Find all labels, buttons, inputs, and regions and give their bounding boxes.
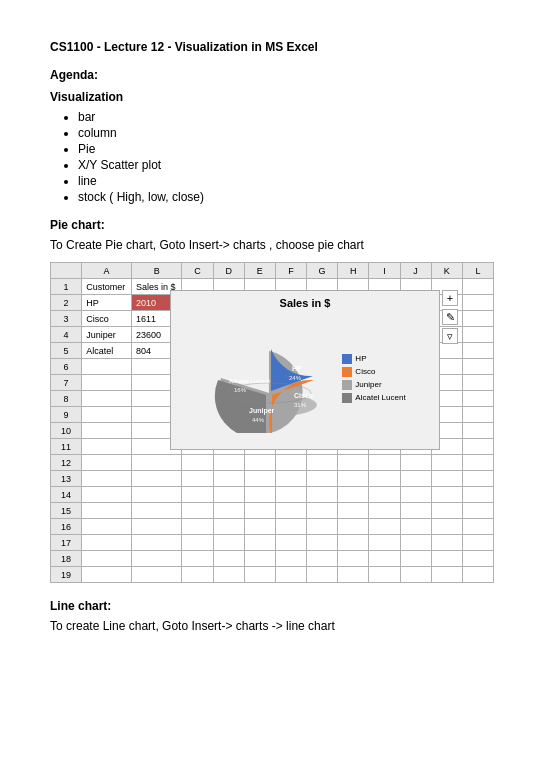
row-header-4: 4: [51, 327, 82, 343]
legend-label-juniper: Juniper: [355, 380, 381, 389]
svg-text:31%: 31%: [294, 402, 307, 408]
list-item-stock: stock ( High, low, close): [78, 190, 494, 204]
legend-item-juniper: Juniper: [342, 380, 405, 390]
col-header-a: A: [82, 263, 132, 279]
row-header-1: 1: [51, 279, 82, 295]
agenda-label: Agenda:: [50, 68, 494, 82]
chart-title: Sales in $: [280, 297, 331, 309]
col-header-d: D: [213, 263, 244, 279]
table-row: 15: [51, 503, 494, 519]
chart-add-button[interactable]: +: [442, 290, 458, 306]
legend-item-alcatel: Alcatel Lucent: [342, 393, 405, 403]
table-row: 16: [51, 519, 494, 535]
svg-text:24%: 24%: [289, 375, 302, 381]
visualization-label: Visualization: [50, 90, 494, 104]
spreadsheet-area: A B C D E F G H I J K L 1 Customer Sales…: [50, 262, 494, 583]
list-item-scatter: X/Y Scatter plot: [78, 158, 494, 172]
table-row: 12: [51, 455, 494, 471]
cell-4a[interactable]: Juniper: [82, 327, 132, 343]
col-header-row: [51, 263, 82, 279]
legend-item-cisco: Cisco: [342, 367, 405, 377]
list-item-line: line: [78, 174, 494, 188]
svg-text:Cisco: Cisco: [294, 392, 313, 399]
row-header-5: 5: [51, 343, 82, 359]
col-header-j: J: [400, 263, 431, 279]
col-header-k: K: [431, 263, 462, 279]
chart-filter-button[interactable]: ▿: [442, 328, 458, 344]
cell-3a[interactable]: Cisco: [82, 311, 132, 327]
list-item-column: column: [78, 126, 494, 140]
chart-style-button[interactable]: ✎: [442, 309, 458, 325]
legend-item-hp: HP: [342, 354, 405, 364]
cell-1a[interactable]: Customer: [82, 279, 132, 295]
svg-text:44%: 44%: [252, 417, 265, 423]
line-chart-instruction: To create Line chart, Goto Insert-> char…: [50, 619, 494, 633]
legend-label-alcatel: Alcatel Lucent: [355, 393, 405, 402]
row-header-3: 3: [51, 311, 82, 327]
legend-color-cisco: [342, 367, 352, 377]
pie-chart-label: Pie chart:: [50, 218, 494, 232]
chart-controls: + ✎ ▿: [442, 290, 458, 344]
svg-text:HP: HP: [292, 365, 302, 372]
list-item-bar: bar: [78, 110, 494, 124]
col-header-i: I: [369, 263, 400, 279]
col-header-l: L: [462, 263, 493, 279]
legend-color-alcatel: [342, 393, 352, 403]
legend-color-juniper: [342, 380, 352, 390]
col-header-h: H: [338, 263, 369, 279]
col-header-c: C: [182, 263, 213, 279]
line-chart-label: Line chart:: [50, 599, 494, 613]
svg-text:Alcatel Lucent: Alcatel Lucent: [229, 378, 270, 384]
list-item-pie: Pie: [78, 142, 494, 156]
legend-color-hp: [342, 354, 352, 364]
cell-5a[interactable]: Alcatel: [82, 343, 132, 359]
visualization-list: bar column Pie X/Y Scatter plot line sto…: [50, 110, 494, 204]
table-row: 13: [51, 471, 494, 487]
table-row: 17: [51, 535, 494, 551]
pie-chart-instruction: To Create Pie chart, Goto Insert-> chart…: [50, 238, 494, 252]
table-row: 14: [51, 487, 494, 503]
page-title: CS1100 - Lecture 12 - Visualization in M…: [50, 40, 494, 54]
pie-chart-svg: HP 24% Cisco 31% Alcatel Lucent 16% Juni…: [204, 323, 334, 433]
table-row: 18: [51, 551, 494, 567]
row-header-2: 2: [51, 295, 82, 311]
legend-label-hp: HP: [355, 354, 366, 363]
chart-legend: HP Cisco Juniper Alcatel Lucent: [342, 354, 405, 403]
col-header-f: F: [275, 263, 306, 279]
cell-1l[interactable]: [462, 279, 493, 295]
chart-body: HP 24% Cisco 31% Alcatel Lucent 16% Juni…: [177, 313, 433, 443]
col-header-g: G: [307, 263, 338, 279]
col-header-e: E: [244, 263, 275, 279]
svg-text:16%: 16%: [234, 387, 247, 393]
cell-2a[interactable]: HP: [82, 295, 132, 311]
svg-text:Juniper: Juniper: [249, 407, 275, 415]
legend-label-cisco: Cisco: [355, 367, 375, 376]
table-row: 19: [51, 567, 494, 583]
col-header-b: B: [132, 263, 182, 279]
pie-chart-overlay: Sales in $ HP 24% Cisco: [170, 290, 440, 450]
